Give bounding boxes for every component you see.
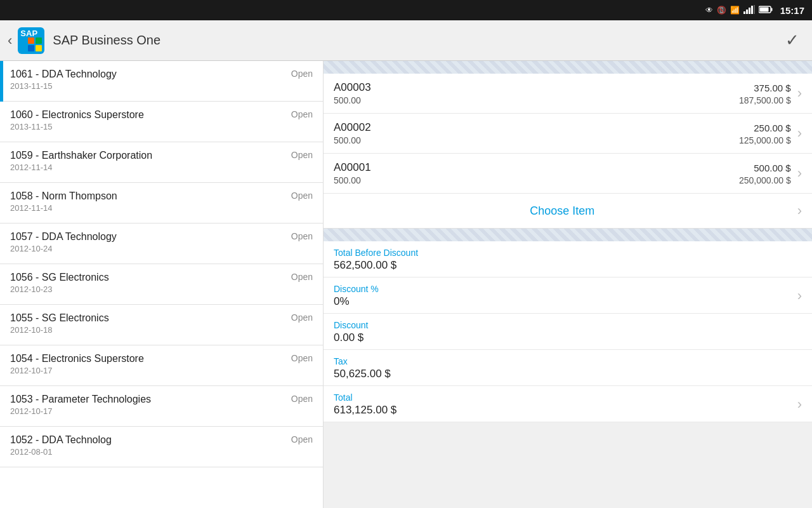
total-before-discount-label: Total Before Discount bbox=[334, 248, 802, 258]
choose-item-row[interactable]: Choose Item › bbox=[324, 194, 812, 229]
list-item-right-1059: Open bbox=[286, 150, 313, 160]
summary-section: Total Before Discount 562,500.00 $ Disco… bbox=[324, 241, 812, 422]
list-item-name-1057: 1057 - DDA Technology bbox=[10, 231, 286, 243]
item-amount-A00003: 375.00 $ bbox=[754, 83, 790, 93]
list-item-wrapper-1057: 1057 - DDA Technology2012-10-24Open bbox=[0, 224, 323, 264]
total-before-discount-content: Total Before Discount 562,500.00 $ bbox=[334, 248, 802, 272]
list-item-status-1061: Open bbox=[291, 69, 313, 79]
total-content: Total 613,125.00 $ bbox=[334, 392, 797, 417]
list-item-1057[interactable]: 1057 - DDA Technology2012-10-24Open bbox=[0, 224, 323, 264]
list-item-left-1060: 1060 - Electronics Superstore2013-11-15 bbox=[10, 109, 286, 131]
list-item-right-1052: Open bbox=[286, 434, 313, 444]
list-item-left-1053: 1053 - Parameter Technologies2012-10-17 bbox=[10, 394, 286, 416]
list-item-left-1055: 1055 - SG Electronics2012-10-18 bbox=[10, 312, 286, 335]
list-item-status-1054: Open bbox=[291, 353, 313, 363]
list-item-date-1056: 2012-10-23 bbox=[10, 284, 286, 294]
app-title: SAP Business One bbox=[53, 33, 785, 48]
list-item-1060[interactable]: 1060 - Electronics Superstore2013-11-15O… bbox=[0, 102, 323, 142]
list-item-date-1055: 2012-10-18 bbox=[10, 325, 286, 335]
list-item-date-1059: 2012-11-14 bbox=[10, 163, 286, 172]
svg-rect-4 bbox=[754, 5, 755, 14]
list-item-1054[interactable]: 1054 - Electronics Superstore2012-10-17O… bbox=[0, 345, 323, 386]
item-row-content-A00003: A00003375.00 $500.00187,500.00 $ bbox=[334, 81, 791, 105]
item-row-A00002[interactable]: A00002250.00 $500.00125,000.00 $› bbox=[324, 114, 812, 154]
list-item-right-1055: Open bbox=[286, 312, 313, 323]
item-amount-A00001: 500.00 $ bbox=[754, 163, 790, 173]
item-total-A00002: 125,000.00 $ bbox=[739, 135, 791, 145]
list-item-date-1053: 2012-10-17 bbox=[10, 406, 286, 416]
discount-percent-row[interactable]: Discount % 0% › bbox=[324, 277, 812, 314]
list-item-1052[interactable]: 1052 - DDA Technolog2012-08-01Open bbox=[0, 427, 323, 467]
list-item-name-1060: 1060 - Electronics Superstore bbox=[10, 109, 286, 121]
signal-bars-icon bbox=[743, 5, 755, 16]
left-panel: 1061 - DDA Technology2013-11-15Open1060 … bbox=[0, 61, 324, 508]
list-item-status-1055: Open bbox=[291, 312, 313, 323]
list-item-1061[interactable]: 1061 - DDA Technology2013-11-15Open bbox=[0, 61, 323, 102]
item-total-A00003: 187,500.00 $ bbox=[739, 95, 791, 105]
status-bar: 👁 📵 📶 15:17 bbox=[0, 0, 812, 20]
item-chevron-icon-A00003: › bbox=[797, 85, 802, 102]
total-before-discount-row: Total Before Discount 562,500.00 $ bbox=[324, 241, 812, 277]
discount-value: 0.00 $ bbox=[334, 331, 802, 344]
item-row-content-A00002: A00002250.00 $500.00125,000.00 $ bbox=[334, 121, 791, 145]
list-item-wrapper-1052: 1052 - DDA Technolog2012-08-01Open bbox=[0, 427, 323, 467]
list-item-1059[interactable]: 1059 - Earthshaker Corporation2012-11-14… bbox=[0, 142, 323, 183]
list-item-wrapper-1056: 1056 - SG Electronics2012-10-23Open bbox=[0, 264, 323, 305]
item-chevron-icon-A00002: › bbox=[797, 125, 802, 142]
list-item-status-1052: Open bbox=[291, 434, 313, 444]
list-item-name-1053: 1053 - Parameter Technologies bbox=[10, 394, 286, 405]
back-button[interactable]: ‹ bbox=[8, 32, 12, 49]
item-row-A00003[interactable]: A00003375.00 $500.00187,500.00 $› bbox=[324, 74, 812, 114]
battery-icon bbox=[759, 6, 773, 15]
item-code-A00002: A00002 bbox=[334, 121, 371, 134]
list-item-date-1057: 2012-10-24 bbox=[10, 244, 286, 253]
list-item-status-1059: Open bbox=[291, 150, 313, 160]
striped-header bbox=[324, 61, 812, 74]
list-item-date-1054: 2012-10-17 bbox=[10, 366, 286, 375]
list-item-left-1054: 1054 - Electronics Superstore2012-10-17 bbox=[10, 353, 286, 375]
item-total-A00001: 250,000.00 $ bbox=[739, 175, 791, 185]
discount-percent-chevron-icon: › bbox=[797, 288, 802, 304]
total-chevron-icon: › bbox=[797, 396, 802, 413]
list-item-left-1058: 1058 - Norm Thompson2012-11-14 bbox=[10, 190, 286, 213]
list-item-left-1059: 1059 - Earthshaker Corporation2012-11-14 bbox=[10, 150, 286, 172]
list-item-right-1060: Open bbox=[286, 109, 313, 119]
list-item-status-1060: Open bbox=[291, 109, 313, 119]
list-item-1056[interactable]: 1056 - SG Electronics2012-10-23Open bbox=[0, 264, 323, 305]
item-row-A00001[interactable]: A00001500.00 $500.00250,000.00 $› bbox=[324, 154, 812, 194]
list-item-date-1060: 2013-11-15 bbox=[10, 122, 286, 131]
svg-rect-3 bbox=[751, 6, 753, 14]
list-item-date-1058: 2012-11-14 bbox=[10, 203, 286, 213]
list-item-1055[interactable]: 1055 - SG Electronics2012-10-18Open bbox=[0, 305, 323, 345]
status-time: 15:17 bbox=[780, 5, 804, 16]
total-row[interactable]: Total 613,125.00 $ › bbox=[324, 386, 812, 422]
list-item-name-1056: 1056 - SG Electronics bbox=[10, 272, 286, 283]
discount-label: Discount bbox=[334, 320, 802, 330]
list-item-right-1056: Open bbox=[286, 272, 313, 282]
list-item-right-1054: Open bbox=[286, 353, 313, 363]
total-value: 613,125.00 $ bbox=[334, 404, 797, 417]
svg-rect-2 bbox=[749, 8, 750, 14]
list-item-right-1057: Open bbox=[286, 231, 313, 241]
tax-content: Tax 50,625.00 $ bbox=[334, 356, 802, 380]
right-panel: A00003375.00 $500.00187,500.00 $›A000022… bbox=[324, 61, 812, 508]
svg-rect-7 bbox=[759, 7, 768, 11]
list-item-name-1052: 1052 - DDA Technolog bbox=[10, 434, 286, 446]
list-item-1053[interactable]: 1053 - Parameter Technologies2012-10-17O… bbox=[0, 386, 323, 427]
confirm-button[interactable]: ✓ bbox=[785, 30, 799, 50]
wifi-icon: 📶 bbox=[730, 6, 740, 15]
list-item-name-1059: 1059 - Earthshaker Corporation bbox=[10, 150, 286, 161]
line-items-list: A00003375.00 $500.00187,500.00 $›A000022… bbox=[324, 74, 812, 194]
list-item-left-1052: 1052 - DDA Technolog2012-08-01 bbox=[10, 434, 286, 457]
discount-percent-label: Discount % bbox=[334, 284, 797, 294]
list-item-status-1053: Open bbox=[291, 394, 313, 404]
item-qty-A00001: 500.00 bbox=[334, 175, 361, 185]
list-item-status-1058: Open bbox=[291, 190, 313, 201]
list-item-wrapper-1053: 1053 - Parameter Technologies2012-10-17O… bbox=[0, 386, 323, 427]
item-qty-A00002: 500.00 bbox=[334, 135, 361, 145]
choose-item-chevron-icon: › bbox=[797, 203, 802, 219]
list-item-name-1058: 1058 - Norm Thompson bbox=[10, 190, 286, 202]
list-item-left-1056: 1056 - SG Electronics2012-10-23 bbox=[10, 272, 286, 294]
top-bar: ‹ SAP SAP Business One ✓ bbox=[0, 20, 812, 61]
list-item-1058[interactable]: 1058 - Norm Thompson2012-11-14Open bbox=[0, 183, 323, 224]
